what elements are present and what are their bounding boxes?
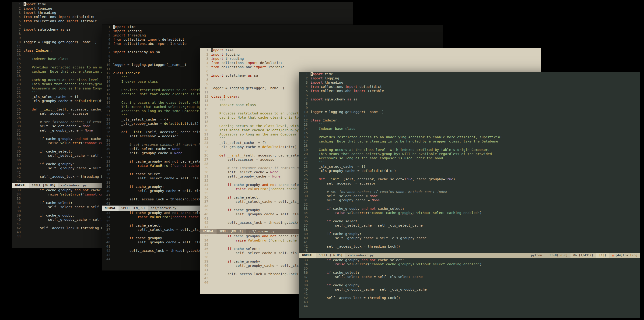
code-token: (self, accessor, cache_select=	[343, 177, 404, 181]
code-token: ValueError	[150, 215, 170, 219]
line-number: 33	[103, 159, 113, 164]
line-number: 33	[201, 234, 211, 238]
line-number: 33	[14, 188, 24, 192]
spell-indicator: SPELL [EN_US]	[29, 183, 58, 188]
line-number: 37	[201, 251, 211, 255]
line-number: 16	[14, 65, 24, 69]
line-number: 3	[301, 80, 310, 85]
line-number: 25	[301, 173, 310, 177]
code-token: collections.abc	[219, 65, 254, 69]
code-token	[310, 283, 327, 287]
code-token: raise	[335, 211, 345, 215]
code-token: None	[82, 124, 91, 128]
code-token: if	[327, 207, 331, 210]
line-number: 7	[14, 27, 24, 32]
line-number: 8	[201, 78, 211, 82]
line-number: 37	[301, 275, 310, 279]
code-token: self._access_lock = threading.Lock()	[310, 244, 400, 248]
code-line: 36 if cache_select:	[299, 270, 640, 275]
code-token: threading	[36, 11, 56, 15]
line-number: 20	[103, 105, 113, 109]
code-token	[113, 172, 130, 176]
code-token: class	[113, 71, 124, 75]
code-token: self._select_cache = self._cls_select_ca…	[310, 275, 422, 279]
code-token: self._select_cache = self._cls_select_ca…	[310, 223, 422, 227]
code-token: mport	[313, 72, 323, 76]
code-line: 25	[299, 173, 640, 177]
code-line: 36 if cache_select:	[299, 219, 640, 223]
line-number: 29	[103, 142, 113, 147]
line-number: 1	[103, 25, 113, 29]
code-line: 1import time	[102, 25, 443, 29]
line-number: 40	[201, 212, 211, 216]
code-token: _cls_select_cache = {}	[310, 165, 366, 168]
encoding-indicator: utf-8[unix]	[545, 253, 570, 258]
code-line: 35	[299, 215, 640, 219]
line-number: 40	[301, 287, 310, 291]
line-number: 34	[103, 215, 113, 219]
code-token: if	[40, 213, 44, 217]
code-line: 42 self._access_lock = threading.Lock()	[299, 296, 640, 300]
line-number: 11	[103, 67, 113, 71]
code-token: cache_groupby	[331, 258, 362, 262]
code-token: cache_groupby:	[232, 208, 262, 212]
line-number: 11	[14, 44, 24, 48]
line-number: 29	[201, 166, 211, 170]
code-token: raise	[48, 192, 58, 196]
line-number: 38	[301, 279, 310, 283]
code-line: 8	[299, 101, 640, 106]
code-token: self._groupby_cache =	[24, 128, 85, 132]
line-number: 34	[201, 238, 211, 242]
code-token: :	[238, 95, 240, 98]
code-token: and	[74, 137, 80, 141]
line-number: 33	[103, 211, 113, 215]
code-token: ValueError	[248, 187, 268, 191]
code-token: and	[262, 183, 268, 187]
line-number: 41	[103, 244, 113, 248]
code-token: None	[370, 194, 378, 198]
line-number: 28	[14, 116, 24, 120]
code-token: ValueError	[60, 192, 80, 196]
line-number: 7	[103, 50, 113, 54]
line-number: 26	[201, 153, 211, 157]
code-line: 4from collections import defaultdict	[102, 37, 443, 42]
code-token: sa	[252, 74, 258, 77]
code-token	[80, 137, 82, 141]
code-token: without select caching enabled'	[414, 262, 480, 266]
code-token: Indexer base class	[211, 103, 256, 107]
code-token	[80, 188, 82, 192]
line-number: 19	[103, 100, 113, 105]
line-number: 4	[201, 61, 211, 65]
code-token: cache_select:	[134, 172, 162, 176]
code-token: not	[82, 137, 89, 141]
code-line: 14 Indexer base class	[299, 127, 640, 131]
code-line: 44	[299, 304, 640, 308]
position-indicator: 0% [1/431+]	[570, 253, 596, 258]
line-number: 40	[301, 236, 310, 240]
code-token	[211, 153, 219, 157]
code-token: sqlalchemy	[223, 74, 248, 77]
line-number: 39	[103, 185, 113, 189]
line-number: 34	[103, 164, 113, 168]
line-number: 8	[103, 54, 113, 58]
line-number: 7	[301, 97, 310, 101]
code-token: and	[362, 258, 368, 262]
line-number: 25	[201, 149, 211, 153]
code-token: Indexer	[36, 49, 50, 52]
code-token: sa	[352, 97, 358, 101]
code-token: not	[370, 207, 376, 210]
line-number: 43	[14, 179, 24, 183]
code-line: 41	[299, 240, 640, 244]
code-token: defaultdict	[358, 85, 382, 89]
code-token: cache_groupby	[134, 160, 164, 163]
line-number: 37	[201, 199, 211, 204]
line-number: 44	[103, 257, 113, 261]
code-line: 16 Provides restricted access to an unde…	[299, 135, 640, 139]
code-token: logger = logging.getLogger(__name__)	[113, 63, 186, 67]
code-token: (	[268, 187, 270, 191]
line-number: 23	[201, 141, 211, 145]
editor-window-4[interactable]: 1import time2import logging3import threa…	[299, 72, 640, 318]
code-token: self._access_lock = threading.Lock()	[310, 296, 400, 300]
line-number: 32	[14, 132, 24, 137]
code-token: self._groupby_cache = self._cls_groupby_…	[310, 236, 427, 240]
